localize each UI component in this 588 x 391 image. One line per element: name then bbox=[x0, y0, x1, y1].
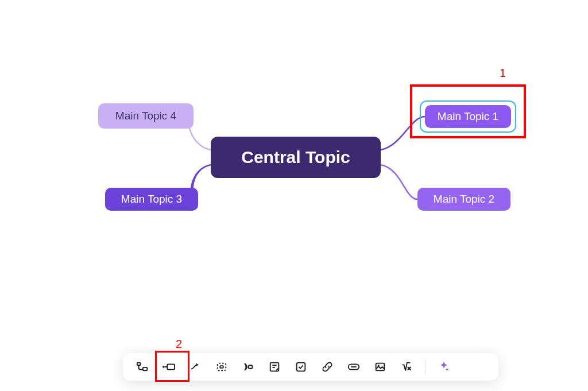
mindmap-canvas[interactable]: Central Topic Main Topic 4 Main Topic 3 … bbox=[0, 0, 588, 391]
topic-label: Main Topic 2 bbox=[434, 193, 494, 206]
svg-rect-10 bbox=[376, 363, 385, 371]
svg-rect-4 bbox=[218, 363, 226, 371]
annotation-box-2 bbox=[155, 351, 189, 382]
svg-rect-8 bbox=[297, 363, 305, 371]
task-button[interactable] bbox=[289, 357, 312, 377]
svg-rect-1 bbox=[143, 367, 147, 371]
svg-rect-0 bbox=[137, 363, 141, 366]
checkbox-icon bbox=[295, 361, 307, 373]
central-topic-node[interactable]: Central Topic bbox=[211, 137, 381, 178]
central-topic-label: Central Topic bbox=[241, 148, 350, 167]
topic-node-4[interactable]: Main Topic 4 bbox=[98, 103, 194, 129]
note-button[interactable] bbox=[263, 357, 286, 377]
hyperlink-button[interactable] bbox=[316, 357, 339, 377]
note-icon bbox=[268, 361, 281, 373]
summary-icon bbox=[242, 361, 254, 373]
attachment-icon bbox=[347, 361, 361, 373]
image-icon bbox=[374, 361, 386, 373]
svg-rect-6 bbox=[249, 365, 252, 369]
topic-label: Main Topic 3 bbox=[121, 193, 182, 206]
image-button[interactable] bbox=[369, 357, 392, 377]
svg-rect-5 bbox=[220, 366, 223, 368]
attachment-button[interactable] bbox=[342, 357, 365, 377]
annotation-label-1: 1 bbox=[500, 67, 506, 80]
annotation-label-2: 2 bbox=[176, 338, 182, 351]
subtopic-icon bbox=[136, 361, 149, 373]
annotation-box-1 bbox=[410, 84, 526, 138]
subtopic-button[interactable] bbox=[131, 357, 154, 377]
svg-point-11 bbox=[378, 365, 379, 366]
topic-node-2[interactable]: Main Topic 2 bbox=[417, 188, 510, 211]
ai-icon bbox=[438, 361, 450, 373]
hyperlink-icon bbox=[321, 361, 334, 373]
relationship-icon bbox=[189, 361, 202, 373]
equation-button[interactable] bbox=[395, 357, 418, 377]
summary-button[interactable] bbox=[237, 357, 260, 377]
topic-node-3[interactable]: Main Topic 3 bbox=[105, 188, 198, 211]
ai-button[interactable] bbox=[432, 357, 455, 377]
boundary-button[interactable] bbox=[210, 357, 233, 377]
equation-icon bbox=[400, 361, 413, 373]
topic-label: Main Topic 4 bbox=[115, 110, 176, 122]
toolbar-separator bbox=[425, 360, 425, 374]
boundary-icon bbox=[215, 361, 228, 373]
